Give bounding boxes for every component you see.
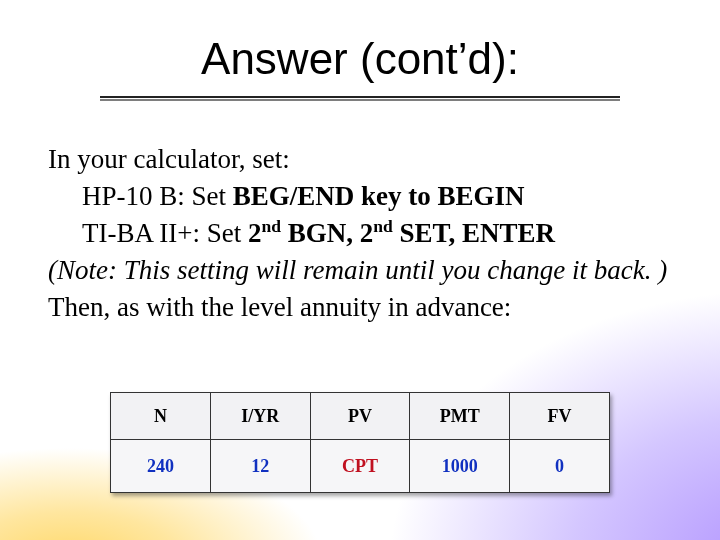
ti-b1: 2 (248, 218, 262, 248)
col-n: N (111, 393, 211, 440)
table-header-row: N I/YR PV PMT FV (111, 393, 610, 440)
slide-body: In your calculator, set: HP-10 B: Set BE… (48, 142, 672, 327)
col-iyr: I/YR (210, 393, 310, 440)
calculator-table: N I/YR PV PMT FV 240 12 CPT 1000 0 (110, 392, 610, 493)
ti-b2-sup: nd (373, 216, 393, 236)
title-underline (100, 96, 620, 98)
slide-title: Answer (cont’d): (0, 34, 720, 84)
ti-b2: BGN, 2 (281, 218, 373, 248)
hp-setting: BEG/END key to BEGIN (233, 181, 525, 211)
val-fv: 0 (510, 440, 610, 493)
val-iyr: 12 (210, 440, 310, 493)
col-fv: FV (510, 393, 610, 440)
body-then: Then, as with the level annuity in advan… (48, 290, 672, 325)
val-n: 240 (111, 440, 211, 493)
body-line-ti: TI-BA II+: Set 2nd BGN, 2nd SET, ENTER (48, 216, 672, 251)
table-row: 240 12 CPT 1000 0 (111, 440, 610, 493)
body-line-hp: HP-10 B: Set BEG/END key to BEGIN (48, 179, 672, 214)
body-line-intro: In your calculator, set: (48, 142, 672, 177)
ti-setting: 2nd BGN, 2nd SET, ENTER (248, 218, 555, 248)
ti-prefix: TI-BA II+: Set (82, 218, 248, 248)
ti-b1-sup: nd (261, 216, 281, 236)
val-pmt: 1000 (410, 440, 510, 493)
ti-b3: SET, ENTER (393, 218, 555, 248)
body-note: (Note: This setting will remain until yo… (48, 253, 672, 288)
slide: Answer (cont’d): In your calculator, set… (0, 0, 720, 540)
hp-prefix: HP-10 B: Set (82, 181, 233, 211)
val-pv: CPT (310, 440, 410, 493)
col-pmt: PMT (410, 393, 510, 440)
col-pv: PV (310, 393, 410, 440)
